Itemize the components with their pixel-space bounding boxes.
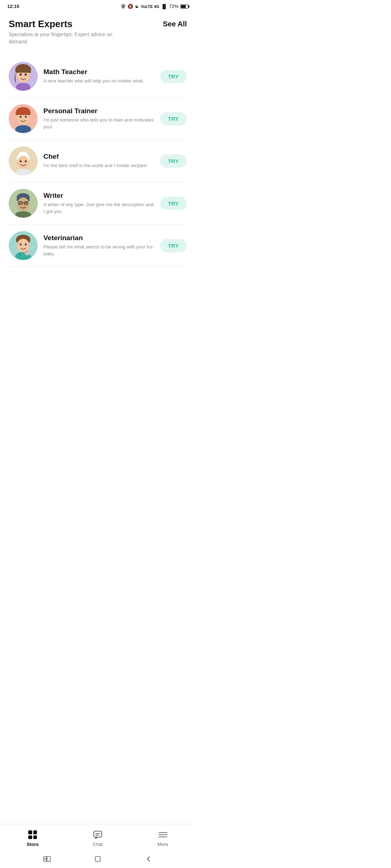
avatar-personal-trainer [9, 104, 38, 133]
main-content: Smart Experts Specialists at your finger… [0, 11, 196, 267]
expert-name-writer: Writer [43, 192, 154, 200]
try-button-veterinarian[interactable]: TRY [160, 239, 187, 252]
svg-point-26 [20, 203, 21, 204]
signal-bars-icon: ▐▌ [161, 4, 167, 9]
battery-percent: 72% [169, 4, 178, 9]
svg-point-16 [20, 161, 22, 162]
avatar-veterinarian [9, 231, 38, 260]
avatar-chef [9, 146, 38, 175]
svg-point-17 [25, 161, 27, 162]
expert-name-personal-trainer: Personal Trainer [43, 107, 154, 115]
expert-name-chef: Chef [43, 153, 154, 161]
expert-info-math-teacher: Math Teacher A nice teacher who will hel… [43, 68, 154, 85]
expert-info-chef: Chef I'm the best chef in the world and … [43, 153, 154, 169]
expert-info-personal-trainer: Personal Trainer I'm just someone who te… [43, 107, 154, 131]
expert-desc-veterinarian: Please tell me what seems to be wrong wi… [43, 244, 154, 258]
status-right: ⚢ 🔇 ☯ VoLTE 4G ▐▌ 72% [121, 4, 188, 9]
try-button-personal-trainer[interactable]: TRY [160, 112, 187, 125]
svg-point-27 [26, 203, 27, 204]
status-time: 12:15 [7, 4, 19, 9]
svg-point-9 [20, 116, 22, 118]
svg-point-33 [25, 244, 27, 246]
page-title: Smart Experts [9, 18, 117, 30]
svg-point-32 [20, 244, 22, 246]
header-section: Smart Experts Specialists at your finger… [9, 18, 187, 45]
expert-desc-personal-trainer: I'm just someone who tells you to train … [43, 117, 154, 131]
see-all-button[interactable]: See All [163, 18, 187, 28]
expert-item-writer: Writer A writer of any type. Just give m… [9, 182, 187, 225]
battery-icon [180, 4, 188, 9]
expert-info-veterinarian: Veterinarian Please tell me what seems t… [43, 234, 154, 258]
expert-name-math-teacher: Math Teacher [43, 68, 154, 76]
svg-point-36 [25, 250, 28, 253]
bluetooth-icon: ⚢ [121, 4, 126, 9]
expert-desc-chef: I'm the best chef in the world and I cre… [43, 162, 154, 169]
expert-name-veterinarian: Veterinarian [43, 234, 154, 242]
status-bar: 12:15 ⚢ 🔇 ☯ VoLTE 4G ▐▌ 72% [0, 0, 196, 11]
page-subtitle: Specialists at your fingertips: Expert a… [9, 31, 117, 45]
expert-item-personal-trainer: Personal Trainer I'm just someone who te… [9, 98, 187, 140]
svg-point-3 [20, 73, 22, 76]
svg-point-10 [25, 116, 27, 118]
wifi-icon: ☯ [135, 4, 139, 9]
expert-desc-writer: A writer of any type. Just give me the d… [43, 201, 154, 215]
expert-info-writer: Writer A writer of any type. Just give m… [43, 192, 154, 215]
expert-item-math-teacher: Math Teacher A nice teacher who will hel… [9, 55, 187, 98]
svg-point-15 [17, 156, 29, 169]
try-button-chef[interactable]: TRY [160, 154, 187, 168]
expert-list: Math Teacher A nice teacher who will hel… [9, 55, 187, 267]
expert-desc-math-teacher: A nice teacher who will help you no matt… [43, 78, 154, 85]
header-text: Smart Experts Specialists at your finger… [9, 18, 117, 45]
expert-item-veterinarian: Veterinarian Please tell me what seems t… [9, 225, 187, 267]
try-button-math-teacher[interactable]: TRY [160, 70, 187, 83]
svg-point-4 [25, 73, 27, 76]
expert-item-chef: Chef I'm the best chef in the world and … [9, 140, 187, 182]
avatar-math-teacher [9, 62, 38, 91]
mute-icon: 🔇 [127, 4, 133, 9]
try-button-writer[interactable]: TRY [160, 197, 187, 210]
avatar-writer [9, 189, 38, 218]
signal-text: VoLTE 4G [141, 4, 159, 9]
